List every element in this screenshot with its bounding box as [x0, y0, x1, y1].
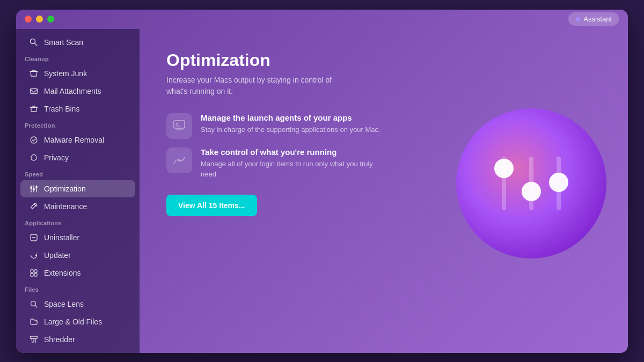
svg-point-24: [178, 159, 180, 161]
traffic-lights: [25, 16, 54, 23]
svg-point-30: [549, 173, 568, 192]
page-title: Optimization: [166, 50, 601, 70]
optimization-illustration: [456, 108, 606, 258]
large-old-files-label: Large & Old Files: [44, 317, 102, 326]
smart-scan-label: Smart Scan: [44, 38, 83, 47]
space-lens-label: Space Lens: [44, 300, 84, 308]
app-window: Assistant Smart Scan Cleanup: [16, 10, 628, 353]
uninstaller-icon: [29, 233, 39, 242]
title-bar: Assistant: [16, 10, 628, 29]
sidebar-item-privacy[interactable]: Privacy: [20, 149, 135, 166]
shredder-icon: [29, 335, 39, 344]
uninstaller-label: Uninstaller: [44, 233, 79, 242]
sidebar-item-trash-bins[interactable]: Trash Bins: [20, 100, 135, 117]
svg-line-1: [35, 43, 38, 46]
maintenance-icon: [29, 202, 39, 211]
assistant-button[interactable]: Assistant: [568, 12, 619, 26]
svg-rect-4: [31, 107, 36, 112]
content-area: Smart Scan Cleanup System Junk: [16, 29, 628, 353]
shredder-label: Shredder: [44, 335, 75, 344]
optimization-icon: [29, 184, 39, 194]
login-items-icon: [172, 153, 186, 167]
sidebar-item-mail-attachments[interactable]: Mail Attachments: [20, 83, 135, 100]
svg-rect-17: [34, 274, 37, 276]
svg-rect-16: [31, 274, 33, 276]
section-label-protection: Protection: [16, 118, 140, 131]
sidebar-item-system-junk[interactable]: System Junk: [20, 65, 135, 82]
svg-point-29: [522, 182, 541, 201]
privacy-icon: [29, 153, 39, 162]
svg-rect-15: [34, 270, 37, 272]
svg-rect-21: [174, 121, 185, 128]
sidebar-item-large-old-files[interactable]: Large & Old Files: [20, 313, 135, 330]
extensions-icon: [29, 268, 39, 278]
smart-scan-icon: [29, 38, 39, 47]
launch-agents-title: Manage the launch agents of your apps: [201, 113, 380, 122]
main-content: Optimization Increase your Macs output b…: [140, 29, 628, 353]
launch-agents-text: Manage the launch agents of your apps St…: [201, 113, 380, 135]
close-button[interactable]: [25, 16, 32, 23]
sidebar: Smart Scan Cleanup System Junk: [16, 29, 140, 353]
svg-point-28: [494, 159, 514, 178]
malware-removal-icon: [29, 135, 39, 145]
section-label-files: Files: [16, 282, 140, 295]
sidebar-item-optimization[interactable]: Optimization: [20, 180, 135, 197]
maximize-button[interactable]: [47, 16, 54, 23]
sliders-illustration: [483, 135, 580, 232]
svg-rect-14: [31, 270, 33, 272]
malware-removal-label: Malware Removal: [44, 136, 104, 144]
sidebar-item-malware-removal[interactable]: Malware Removal: [20, 131, 135, 149]
extensions-label: Extensions: [44, 269, 80, 277]
trash-bins-label: Trash Bins: [44, 105, 79, 113]
privacy-label: Privacy: [44, 153, 69, 162]
updater-icon: [29, 250, 39, 260]
system-junk-icon: [29, 69, 39, 78]
assistant-label: Assistant: [583, 15, 612, 23]
sidebar-item-uninstaller[interactable]: Uninstaller: [20, 229, 135, 246]
mail-attachments-label: Mail Attachments: [44, 87, 101, 95]
svg-point-11: [35, 186, 38, 188]
feature-card-login-items: Take control of what you're running Mana…: [166, 147, 392, 180]
svg-point-5: [31, 137, 37, 143]
minimize-button[interactable]: [36, 16, 43, 23]
login-items-icon-box: [166, 147, 192, 173]
svg-rect-22: [176, 123, 178, 124]
large-old-files-icon: [29, 317, 39, 327]
sidebar-item-smart-scan[interactable]: Smart Scan: [20, 34, 135, 51]
sidebar-item-space-lens[interactable]: Space Lens: [20, 295, 135, 313]
page-subtitle: Increase your Macs output by staying in …: [166, 75, 349, 97]
updater-label: Updater: [44, 251, 71, 260]
sidebar-item-extensions[interactable]: Extensions: [20, 264, 135, 282]
section-label-applications: Applications: [16, 216, 140, 228]
svg-line-19: [35, 305, 38, 307]
login-items-description: Manage all of your login items to run on…: [201, 159, 392, 180]
svg-point-9: [30, 187, 32, 189]
login-items-title: Take control of what you're running: [201, 147, 392, 157]
login-items-text: Take control of what you're running Mana…: [201, 147, 392, 180]
sidebar-item-maintenance[interactable]: Maintenance: [20, 198, 135, 215]
view-all-button[interactable]: View All 15 Items...: [166, 195, 257, 216]
svg-rect-23: [176, 125, 180, 127]
illustration-circle: [456, 108, 606, 258]
trash-bins-icon: [29, 104, 39, 114]
feature-cards: Manage the launch agents of your apps St…: [166, 113, 392, 180]
system-junk-label: System Junk: [44, 69, 87, 78]
svg-rect-3: [31, 88, 38, 93]
space-lens-icon: [29, 299, 39, 309]
assistant-dot-icon: [576, 17, 580, 21]
launch-agents-description: Stay in charge of the supporting applica…: [201, 124, 380, 135]
optimization-label: Optimization: [44, 184, 86, 193]
sidebar-item-shredder[interactable]: Shredder: [20, 331, 135, 348]
feature-card-launch-agents: Manage the launch agents of your apps St…: [166, 113, 392, 139]
svg-point-10: [33, 188, 35, 190]
maintenance-label: Maintenance: [44, 202, 87, 211]
mail-attachments-icon: [29, 86, 39, 96]
sidebar-item-updater[interactable]: Updater: [20, 247, 135, 264]
launch-agents-icon-box: [166, 113, 192, 139]
section-label-cleanup: Cleanup: [16, 51, 140, 64]
section-label-speed: Speed: [16, 167, 140, 180]
launch-agents-icon: [172, 119, 186, 133]
